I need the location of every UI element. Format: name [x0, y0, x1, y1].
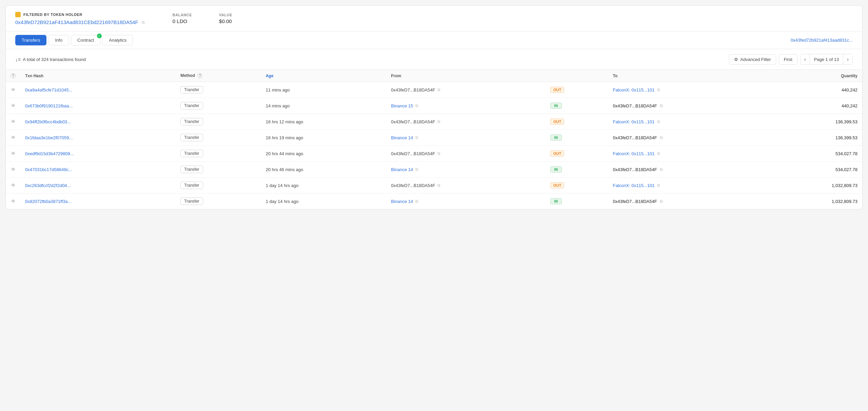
to-link[interactable]: FalconX: 0x115...101	[613, 119, 655, 124]
tab-info[interactable]: Info	[48, 35, 69, 45]
age-text: 1 day 14 hrs ago	[266, 199, 299, 204]
txn-hash-link[interactable]: 0x1fdaa3e1be2f07059...	[25, 135, 73, 140]
eye-cell[interactable]: 👁	[6, 178, 20, 193]
eye-icon: 👁	[11, 119, 16, 124]
txn-hash-cell: 0x47031bc17d58649c...	[20, 162, 176, 178]
pagination-first-button[interactable]: First	[779, 54, 797, 65]
copy-from-button[interactable]: ⧉	[415, 199, 419, 204]
copy-to-button[interactable]: ⧉	[659, 167, 664, 172]
tab-analytics[interactable]: Analytics	[102, 35, 133, 45]
copy-to-button[interactable]: ⧉	[659, 103, 664, 108]
from-link[interactable]: Binance 14	[391, 167, 413, 172]
to-link[interactable]: FalconX: 0x115...101	[613, 183, 655, 188]
eye-cell[interactable]: 👁	[6, 162, 20, 178]
method-help-icon[interactable]: ?	[197, 73, 202, 78]
token-holder-block: FILTERED BY TOKEN HOLDER 0x43feD72B921aF…	[15, 12, 145, 25]
table-toolbar: ↓= A total of 324 transactions found ⚙ A…	[6, 49, 862, 70]
copy-to-button[interactable]: ⧉	[659, 135, 664, 140]
copy-from-button[interactable]: ⧉	[415, 135, 419, 140]
contract-verified-icon: ✓	[97, 34, 102, 38]
age-cell: 1 day 14 hrs ago	[261, 193, 387, 209]
eye-cell[interactable]: 👁	[6, 114, 20, 130]
from-address: 0x43feD7...B18DA54F	[391, 183, 435, 188]
method-badge: Transfer	[180, 102, 203, 109]
copy-from-button[interactable]: ⧉	[415, 167, 419, 172]
col-quantity: Quantity	[768, 70, 862, 82]
to-address: 0x43feD7...B18DA54F	[613, 199, 657, 204]
help-icon[interactable]: ?	[11, 73, 16, 78]
txn-hash-link[interactable]: 0x47031bc17d58649c...	[25, 167, 72, 172]
transaction-count: ↓= A total of 324 transactions found	[15, 57, 86, 62]
copy-to-button[interactable]: ⧉	[656, 183, 661, 188]
eye-cell[interactable]: 👁	[6, 82, 20, 98]
eye-cell[interactable]: 👁	[6, 130, 20, 146]
to-link[interactable]: FalconX: 0x115...101	[613, 151, 655, 156]
transactions-table: ? Txn Hash Method ? Age From To Quantity	[6, 70, 862, 209]
txn-hash-link[interactable]: 0xc263dfccf2d2f2d04...	[25, 183, 71, 188]
to-address: 0x43feD7...B18DA54F	[613, 135, 657, 140]
age-cell: 1 day 14 hrs ago	[261, 178, 387, 193]
age-text: 20 hrs 44 mins ago	[266, 151, 303, 156]
eye-cell[interactable]: 👁	[6, 146, 20, 162]
copy-to-button[interactable]: ⧉	[656, 151, 661, 156]
eye-icon: 👁	[11, 103, 16, 108]
from-link[interactable]: Binance 15	[391, 103, 413, 108]
age-cell: 14 mins ago	[261, 98, 387, 114]
quantity-cell: 534,027.78	[768, 146, 862, 162]
from-cell: Binance 14 ⧉	[386, 193, 546, 209]
copy-from-button[interactable]: ⧉	[437, 151, 441, 156]
to-cell: 0x43feD7...B18DA54F ⧉	[608, 162, 768, 178]
copy-address-button[interactable]: ⧉	[141, 20, 145, 25]
quantity-cell: 1,032,809.73	[768, 178, 862, 193]
age-cell: 11 mins ago	[261, 82, 387, 98]
age-text: 16 hrs 12 mins ago	[266, 119, 303, 124]
eye-icon: 👁	[11, 135, 16, 140]
method-cell: Transfer	[176, 114, 261, 130]
col-age[interactable]: Age	[261, 70, 387, 82]
tab-transfers[interactable]: Transfers	[15, 35, 46, 45]
copy-to-button[interactable]: ⧉	[659, 199, 664, 204]
copy-from-button[interactable]: ⧉	[437, 119, 441, 124]
eye-cell[interactable]: 👁	[6, 98, 20, 114]
pagination-next-button[interactable]: ›	[843, 54, 852, 64]
copy-from-button[interactable]: ⧉	[415, 103, 419, 108]
filter-icon: ⚙	[734, 57, 738, 62]
txn-hash-link[interactable]: 0x94ff2b0fbcc4bdb03...	[25, 119, 71, 124]
txn-hash-link[interactable]: 0x82072fb0a3871ff3a...	[25, 199, 71, 204]
from-address: 0x43feD7...B18DA54F	[391, 151, 435, 156]
eye-cell[interactable]: 👁	[6, 193, 20, 209]
direction-badge: OUT	[550, 182, 564, 188]
to-cell: FalconX: 0x115...101 ⧉	[608, 114, 768, 130]
table-row: 👁 0x1fdaa3e1be2f07059... Transfer 16 hrs…	[6, 130, 862, 146]
tab-contract[interactable]: Contract ✓	[71, 35, 100, 45]
method-cell: Transfer	[176, 193, 261, 209]
direction-badge: IN	[550, 103, 562, 109]
copy-from-button[interactable]: ⧉	[437, 87, 441, 92]
age-cell: 16 hrs 12 mins ago	[261, 114, 387, 130]
from-link[interactable]: Binance 14	[391, 199, 413, 204]
direction-badge: IN	[550, 198, 562, 204]
txn-hash-link[interactable]: 0xa9a4af5cfe71d1045...	[25, 87, 73, 93]
method-badge: Transfer	[180, 134, 203, 141]
col-dir	[546, 70, 608, 82]
dir-cell: OUT	[546, 114, 608, 130]
txn-hash-link[interactable]: 0xedf9d15d3b4729808...	[25, 151, 74, 156]
age-text: 1 day 14 hrs ago	[266, 183, 299, 188]
copy-from-button[interactable]: ⧉	[437, 183, 441, 188]
token-address: 0x43feD72B921aF413Aad831CEbd221697B18DA5…	[15, 19, 145, 25]
pagination-prev-button[interactable]: ‹	[801, 54, 810, 64]
copy-to-button[interactable]: ⧉	[656, 119, 661, 124]
sort-icon: ↓=	[15, 57, 21, 62]
advanced-filter-button[interactable]: ⚙ Advanced Filter	[729, 54, 776, 65]
method-cell: Transfer	[176, 146, 261, 162]
from-link[interactable]: Binance 14	[391, 135, 413, 140]
dir-cell: IN	[546, 193, 608, 209]
age-cell: 20 hrs 44 mins ago	[261, 146, 387, 162]
copy-to-button[interactable]: ⧉	[656, 87, 661, 92]
age-text: 11 mins ago	[266, 87, 290, 93]
balance-block: BALANCE 0 LDO	[173, 13, 192, 24]
to-link[interactable]: FalconX: 0x115...101	[613, 87, 655, 93]
txn-hash-link[interactable]: 0x673b0f9190121fbaa...	[25, 103, 73, 108]
table-row: 👁 0x94ff2b0fbcc4bdb03... Transfer 16 hrs…	[6, 114, 862, 130]
to-cell: 0x43feD7...B18DA54F ⧉	[608, 130, 768, 146]
